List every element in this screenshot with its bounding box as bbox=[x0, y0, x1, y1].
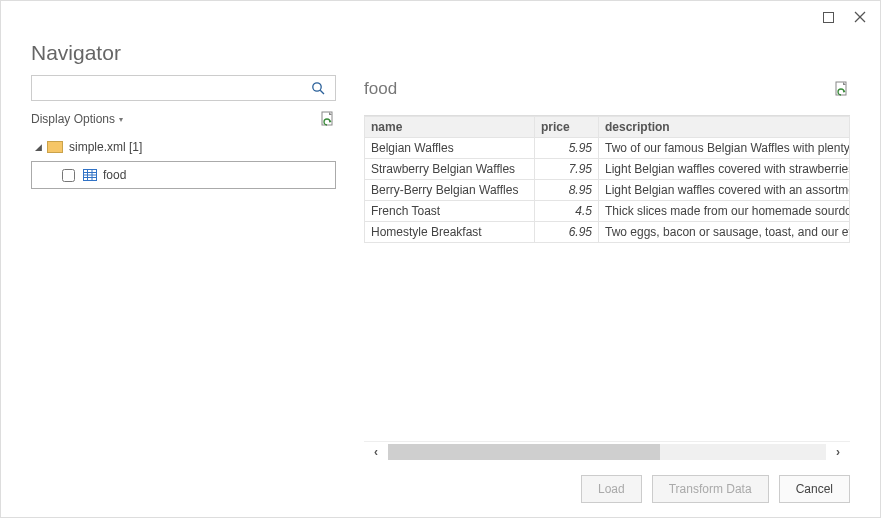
preview-table: name price description Belgian Waffles5.… bbox=[364, 115, 850, 461]
refresh-preview-icon[interactable] bbox=[834, 81, 850, 97]
cell-price: 4.5 bbox=[535, 201, 599, 222]
dialog-title: Navigator bbox=[31, 41, 850, 65]
tree-item-label: food bbox=[103, 168, 126, 182]
tree-item-food[interactable]: food bbox=[31, 161, 336, 189]
load-button[interactable]: Load bbox=[581, 475, 642, 503]
transform-data-button[interactable]: Transform Data bbox=[652, 475, 769, 503]
horizontal-scrollbar[interactable]: ‹ › bbox=[364, 441, 850, 461]
cell-price: 7.95 bbox=[535, 159, 599, 180]
chevron-down-icon: ▾ bbox=[119, 115, 123, 124]
cell-name: Berry-Berry Belgian Waffles bbox=[365, 180, 535, 201]
table-header-row: name price description bbox=[365, 117, 850, 138]
table-row[interactable]: Strawberry Belgian Waffles7.95Light Belg… bbox=[365, 159, 850, 180]
titlebar bbox=[1, 1, 880, 41]
search-box[interactable] bbox=[31, 75, 336, 101]
cell-price: 6.95 bbox=[535, 222, 599, 243]
cell-name: Belgian Waffles bbox=[365, 138, 535, 159]
navigator-dialog: Navigator Display Options ▾ bbox=[0, 0, 881, 518]
svg-line-4 bbox=[320, 90, 324, 94]
left-pane: Display Options ▾ ◢ simple.xml [1] bbox=[31, 75, 336, 461]
cell-name: Strawberry Belgian Waffles bbox=[365, 159, 535, 180]
cancel-button[interactable]: Cancel bbox=[779, 475, 850, 503]
scroll-right-icon[interactable]: › bbox=[826, 445, 850, 459]
preview-title: food bbox=[364, 79, 397, 99]
cell-description: Two eggs, bacon or sausage, toast, and o… bbox=[599, 222, 850, 243]
refresh-icon[interactable] bbox=[320, 111, 336, 127]
table-row[interactable]: French Toast4.5Thick slices made from ou… bbox=[365, 201, 850, 222]
tree-item-checkbox[interactable] bbox=[62, 169, 75, 182]
scroll-left-icon[interactable]: ‹ bbox=[364, 445, 388, 459]
cell-name: French Toast bbox=[365, 201, 535, 222]
cell-name: Homestyle Breakfast bbox=[365, 222, 535, 243]
svg-point-3 bbox=[313, 83, 321, 91]
svg-rect-0 bbox=[823, 12, 833, 22]
right-pane: food name price description Belgian bbox=[364, 75, 850, 461]
folder-icon bbox=[47, 141, 63, 153]
scroll-thumb[interactable] bbox=[388, 444, 660, 460]
footer: Load Transform Data Cancel bbox=[1, 461, 880, 517]
cell-price: 8.95 bbox=[535, 180, 599, 201]
close-icon[interactable] bbox=[848, 7, 872, 27]
scroll-track[interactable] bbox=[388, 444, 826, 460]
table-row[interactable]: Belgian Waffles5.95Two of our famous Bel… bbox=[365, 138, 850, 159]
table-row[interactable]: Homestyle Breakfast6.95Two eggs, bacon o… bbox=[365, 222, 850, 243]
tree-root-label: simple.xml [1] bbox=[69, 140, 142, 154]
cell-price: 5.95 bbox=[535, 138, 599, 159]
tree-root[interactable]: ◢ simple.xml [1] bbox=[31, 135, 336, 159]
table-icon bbox=[83, 169, 97, 181]
cell-description: Two of our famous Belgian Waffles with p… bbox=[599, 138, 850, 159]
maximize-icon[interactable] bbox=[816, 7, 840, 27]
cell-description: Thick slices made from our homemade sour… bbox=[599, 201, 850, 222]
tree: ◢ simple.xml [1] food bbox=[31, 135, 336, 189]
collapse-icon[interactable]: ◢ bbox=[35, 142, 47, 152]
table-row[interactable]: Berry-Berry Belgian Waffles8.95Light Bel… bbox=[365, 180, 850, 201]
search-icon[interactable] bbox=[311, 81, 335, 95]
col-header-price[interactable]: price bbox=[535, 117, 599, 138]
col-header-name[interactable]: name bbox=[365, 117, 535, 138]
display-options-label: Display Options bbox=[31, 112, 115, 126]
cell-description: Light Belgian waffles covered with straw… bbox=[599, 159, 850, 180]
display-options-dropdown[interactable]: Display Options ▾ bbox=[31, 112, 123, 126]
search-input[interactable] bbox=[32, 76, 311, 100]
col-header-description[interactable]: description bbox=[599, 117, 850, 138]
header: Navigator bbox=[1, 41, 880, 75]
cell-description: Light Belgian waffles covered with an as… bbox=[599, 180, 850, 201]
